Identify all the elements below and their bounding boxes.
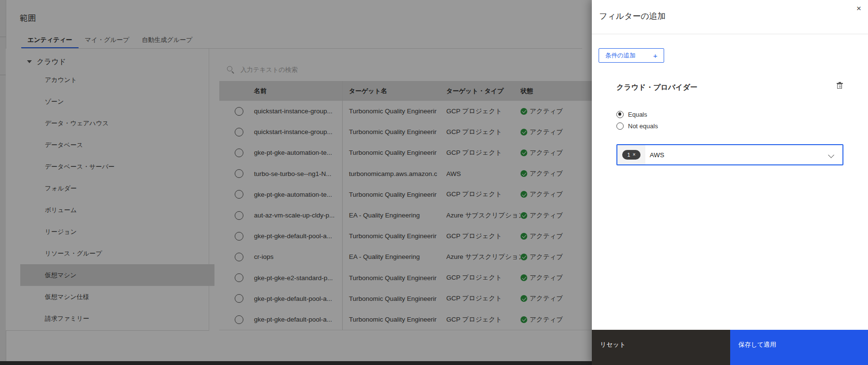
chip-count: 1	[628, 152, 630, 158]
radio-equals-circle	[616, 111, 624, 118]
provider-select[interactable]: 1 × AWS	[616, 144, 843, 165]
chevron-down-icon	[828, 152, 834, 158]
radio-equals[interactable]: Equals	[616, 109, 647, 119]
radio-not-equals-circle	[616, 122, 624, 130]
modal-scrim[interactable]	[0, 0, 592, 365]
trash-icon[interactable]	[837, 82, 843, 90]
filter-section-title: クラウド・プロバイダー	[616, 83, 697, 92]
selection-count-chip: 1 ×	[622, 150, 641, 160]
panel-title: フィルターの追加	[599, 11, 666, 22]
radio-not-equals-label: Not equals	[628, 122, 658, 130]
save-and-apply-button[interactable]: 保存して適用	[730, 330, 868, 365]
add-filter-panel: × フィルターの追加 条件の追加 + クラウド・プロバイダー Equals No…	[592, 0, 868, 365]
add-condition-label: 条件の追加	[605, 52, 636, 60]
chip-zone: 1 ×	[617, 145, 645, 164]
selected-provider-value: AWS	[650, 151, 664, 159]
chip-remove-icon[interactable]: ×	[633, 152, 636, 157]
plus-icon: +	[653, 52, 657, 60]
close-icon[interactable]: ×	[854, 3, 864, 14]
radio-equals-label: Equals	[628, 111, 647, 118]
add-condition-button[interactable]: 条件の追加 +	[599, 48, 664, 63]
reset-button[interactable]: リセット	[592, 330, 730, 365]
panel-divider	[592, 34, 868, 34]
radio-not-equals[interactable]: Not equals	[616, 121, 658, 131]
